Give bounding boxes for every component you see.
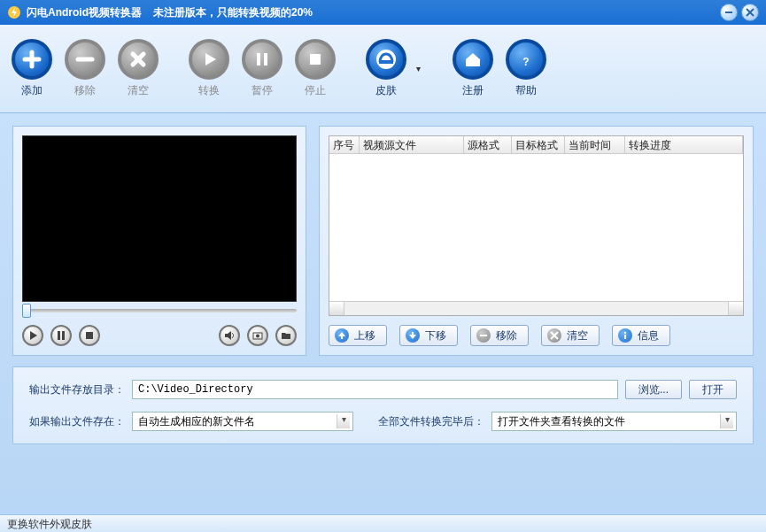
x-icon [118,39,159,80]
after-done-combo[interactable]: 打开文件夹查看转换的文件 [491,412,737,431]
volume-button[interactable] [219,325,240,346]
arrow-up-icon [335,328,349,343]
minimize-button[interactable] [720,4,738,21]
preview-pause-button[interactable] [50,325,72,346]
move-up-button[interactable]: 上移 [329,325,387,346]
settings-panel: 输出文件存放目录： 浏览... 打开 如果输出文件存在： 自动生成相应的新文件名… [12,366,754,444]
grid-h-scrollbar[interactable] [329,301,743,315]
clear-button[interactable]: 清空 [115,39,161,98]
remove-button[interactable]: 移除 [62,39,108,98]
snapshot-button[interactable] [247,325,268,346]
output-dir-label: 输出文件存放目录： [29,382,125,397]
svg-rect-2 [257,53,260,66]
stop-button[interactable]: 停止 [292,39,338,98]
minus-icon [476,328,491,343]
svg-rect-8 [58,331,60,340]
list-remove-button[interactable]: 移除 [470,325,529,346]
svg-rect-10 [86,332,93,339]
svg-rect-13 [480,335,487,336]
col-src-fmt[interactable]: 源格式 [464,136,512,153]
stop-icon [295,39,336,80]
main-toolbar: 添加 移除 清空 转换 暂停 停止 皮肤 ▾ [0,25,766,113]
svg-rect-3 [264,53,267,66]
help-button[interactable]: ? 帮助 [503,39,549,98]
if-exists-label: 如果输出文件存在： [29,414,125,429]
home-icon [453,39,493,80]
svg-rect-6 [379,60,393,64]
info-button[interactable]: 信息 [612,325,670,346]
seek-slider[interactable] [22,309,297,312]
pause-button[interactable]: 暂停 [239,39,285,98]
register-button[interactable]: 注册 [450,39,496,98]
titlebar: 闪电Android视频转换器 未注册版本，只能转换视频的20% [0,0,766,25]
col-time[interactable]: 当前时间 [565,136,625,153]
svg-rect-4 [310,54,321,65]
preview-panel [12,126,306,356]
info-icon [618,328,632,343]
window-title: 闪电Android视频转换器 未注册版本，只能转换视频的20% [27,4,313,20]
arrow-down-icon [406,328,420,343]
list-clear-button[interactable]: 清空 [541,325,600,346]
svg-rect-15 [624,335,626,339]
question-icon: ? [506,39,546,80]
preview-stop-button[interactable] [79,325,100,346]
after-done-label: 全部文件转换完毕后： [378,414,484,429]
col-index[interactable]: 序号 [329,136,360,153]
output-dir-input[interactable] [132,380,618,399]
video-preview [22,135,297,302]
preview-play-button[interactable] [22,325,43,346]
file-grid[interactable]: 序号 视频源文件 源格式 目标格式 当前时间 转换进度 [329,135,744,316]
pause-icon [242,39,282,80]
skin-dropdown[interactable]: ▾ [416,64,425,73]
add-button[interactable]: 添加 [9,39,55,98]
svg-point-14 [624,332,626,334]
skin-button[interactable]: 皮肤 [363,39,409,98]
open-button[interactable]: 打开 [689,380,737,399]
app-icon [7,5,21,19]
close-button[interactable] [741,4,759,21]
skin-icon [366,39,406,80]
file-list-panel: 序号 视频源文件 源格式 目标格式 当前时间 转换进度 上移 下移 移除 清空 [319,126,754,356]
col-progress[interactable]: 转换进度 [625,136,743,153]
plus-icon [12,39,52,80]
x-icon [547,328,561,343]
col-source[interactable]: 视频源文件 [360,136,464,153]
statusbar: 更换软件外观皮肤 [0,514,766,532]
grid-header: 序号 视频源文件 源格式 目标格式 当前时间 转换进度 [329,136,743,154]
play-icon [189,39,229,80]
convert-button[interactable]: 转换 [186,39,232,98]
move-down-button[interactable]: 下移 [399,325,458,346]
browse-button[interactable]: 浏览... [625,380,682,399]
svg-rect-9 [62,331,65,340]
seek-thumb[interactable] [22,304,31,318]
col-dst-fmt[interactable]: 目标格式 [512,136,565,153]
grid-body[interactable] [329,154,743,301]
svg-rect-1 [725,12,732,13]
minus-icon [65,39,105,80]
if-exists-combo[interactable]: 自动生成相应的新文件名 [132,412,353,431]
svg-point-12 [256,335,259,338]
open-folder-button[interactable] [275,325,297,346]
svg-text:?: ? [522,56,529,68]
